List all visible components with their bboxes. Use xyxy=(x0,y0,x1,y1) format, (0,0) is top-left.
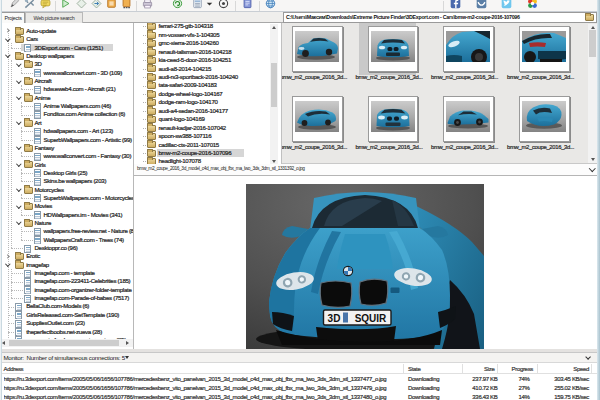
svg-text:SQUIR: SQUIR xyxy=(355,313,387,324)
svg-text:3D: 3D xyxy=(328,313,341,324)
